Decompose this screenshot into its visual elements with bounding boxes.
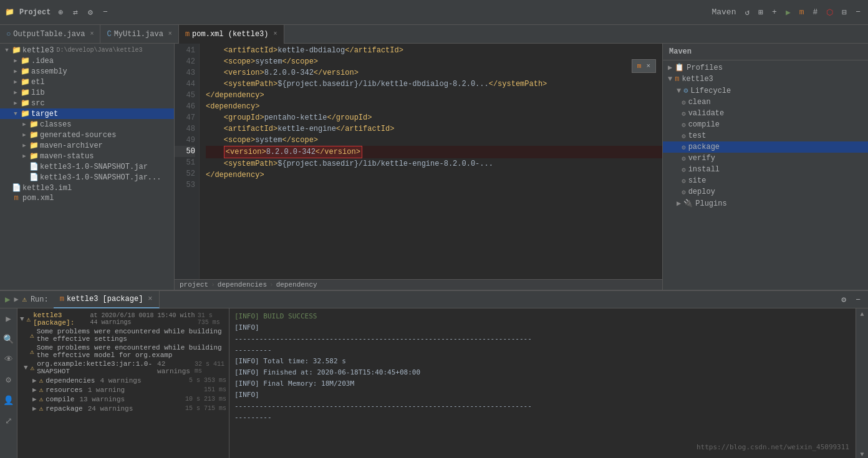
res-arrow: ▶ — [32, 386, 37, 394]
ln-42: 42 — [175, 56, 195, 67]
run-sub-compile[interactable]: ▶ ⚠ compile 13 warnings 10 s 213 ms — [17, 394, 229, 404]
org-warnings: 42 warnings — [157, 360, 192, 375]
sidebar-gear-icon[interactable]: ⚙ — [3, 372, 13, 388]
tree-item-src[interactable]: ▶ 📁 src — [0, 98, 174, 108]
ln-46: 46 — [175, 101, 195, 112]
run-arrow-org: ▼ — [24, 364, 28, 371]
toolbar-btn-1[interactable]: ⊕ — [55, 6, 65, 19]
maven-label: Maven — [709, 6, 738, 18]
root-arrow: ▼ — [2, 47, 11, 54]
maven-panel: Maven ▶ 📋 Profiles ▼ m kettle3 ▼ ⚙ Lifec… — [662, 44, 868, 290]
maven-toolbar-stop[interactable]: ⬡ — [824, 6, 836, 19]
tree-root[interactable]: ▼ 📁 kettle3 D:\develop\Java\kettle3 — [0, 45, 174, 55]
tree-item-etl[interactable]: ▶ 📁 etl — [0, 77, 174, 87]
code-content[interactable]: <artifactId>kettle-dbdialog</artifactId>… — [200, 44, 662, 279]
maven-toolbar-skip[interactable]: # — [811, 6, 821, 18]
maven-validate[interactable]: ⚙ validate — [663, 108, 868, 119]
tab-pom[interactable]: m pom.xml (kettle3) × — [179, 25, 284, 44]
maven-package[interactable]: ⚙ package — [663, 141, 868, 153]
maven-toolbar-download[interactable]: ⊞ — [756, 6, 766, 19]
tree-item-jar1[interactable]: 📄 kettle3-1.0-SNAPSHOT.jar — [0, 161, 174, 172]
compile-warnings: 13 warnings — [79, 396, 125, 403]
iml-icon: 📄 — [11, 183, 21, 193]
idea-arrow: ▶ — [11, 57, 20, 64]
tree-item-idea[interactable]: ▶ 📁 .idea — [0, 55, 174, 66]
repack-warnings: 24 warnings — [88, 405, 133, 413]
sidebar-eye-icon[interactable]: 👁 — [2, 352, 16, 367]
maven-compile[interactable]: ⚙ compile — [663, 119, 868, 130]
tree-item-generated[interactable]: ▶ 📁 generated-sources — [0, 130, 174, 140]
run-sub-resources[interactable]: ▶ ⚠ resources 1 warning 151 ms — [17, 385, 229, 394]
scroll-up[interactable]: ▲ — [860, 311, 864, 318]
tab-myutil[interactable]: C MyUtil.java × — [100, 25, 178, 44]
tree-item-pom[interactable]: m pom.xml — [0, 193, 174, 203]
maven-deploy[interactable]: ⚙ deploy — [663, 186, 868, 198]
tree-item-maven-status[interactable]: ▶ 📁 maven-status — [0, 151, 174, 161]
org-time: 32 s 411 ms — [195, 361, 226, 375]
tree-item-iml[interactable]: 📄 kettle3.iml — [0, 183, 174, 193]
java-icon-1: ○ — [6, 30, 11, 39]
tab-close-1[interactable]: × — [90, 31, 94, 37]
code-line-51: <systemPath>${project.basedir}/lib/kettl… — [206, 158, 662, 169]
maven-clean[interactable]: ⚙ clean — [663, 97, 868, 108]
maven-plugins[interactable]: ▶ 🔌 Plugins — [663, 198, 868, 209]
bottom-minimize[interactable]: − — [853, 294, 863, 306]
bottom-panel: ▶ ▶ ⚠ Run: m kettle3 [package] × ⚙ − ▶ 🔍… — [0, 290, 868, 458]
maven-profiles[interactable]: ▶ 📋 Profiles — [663, 62, 868, 74]
tree-item-maven-archiver[interactable]: ▶ 📁 maven-archiver — [0, 140, 174, 151]
popup-close[interactable]: × — [646, 62, 650, 70]
bottom-settings[interactable]: ⚙ — [839, 294, 849, 306]
maven-kettle3[interactable]: ▼ m kettle3 — [663, 74, 868, 85]
maven-verify[interactable]: ⚙ verify — [663, 153, 868, 164]
run-arrow-main: ▼ — [20, 315, 24, 323]
tab-close-3[interactable]: × — [274, 31, 277, 37]
maven-toolbar-add[interactable]: + — [769, 6, 779, 18]
tree-label-src: src — [31, 99, 45, 108]
bottom-tab-run[interactable]: m kettle3 [package] × — [54, 291, 160, 308]
ln-53: 53 — [175, 179, 195, 191]
generated-arrow: ▶ — [20, 131, 29, 138]
maven-site[interactable]: ⚙ site — [663, 175, 868, 186]
tree-label-iml: kettle3.iml — [22, 184, 72, 193]
dep-arrow: ▶ — [32, 376, 37, 384]
tree-item-lib[interactable]: ▶ 📁 lib — [0, 87, 174, 98]
gear-package: ⚙ — [682, 143, 686, 151]
maven-toolbar-m[interactable]: m — [797, 6, 807, 18]
tab-outputtable[interactable]: ○ OutputTable.java × — [0, 25, 100, 44]
tab-close-2[interactable]: × — [168, 31, 172, 37]
gear-install: ⚙ — [682, 166, 686, 174]
output-line-9: --------- — [234, 412, 851, 423]
run-sub-repackage[interactable]: ▶ ⚠ repackage 24 warnings 15 s 715 ms — [17, 404, 229, 413]
folder-icon-idea: 📁 — [20, 56, 30, 65]
profiles-arrow: ▶ — [668, 63, 672, 72]
tree-item-classes[interactable]: ▶ 📁 classes — [0, 119, 174, 130]
tree-item-jar2[interactable]: 📄 kettle3-1.0-SNAPSHOT.jar... — [0, 172, 174, 183]
bottom-tab-close[interactable]: × — [148, 295, 152, 303]
run-item-main[interactable]: ▼ ⚠ kettle3 [package]: at 2020/6/18 0018… — [17, 311, 229, 327]
tree-item-target[interactable]: ▼ 📁 target — [0, 108, 174, 119]
settings-btn[interactable]: ⚙ — [85, 6, 95, 19]
run-sub-dependencies[interactable]: ▶ ⚠ dependencies 4 warnings 5 s 353 ms — [17, 376, 229, 385]
run-play-btn[interactable]: ▶ — [5, 294, 10, 305]
sidebar-user-icon[interactable]: 👤 — [1, 393, 16, 408]
ln-44: 44 — [175, 79, 195, 90]
sidebar-search-icon[interactable]: 🔍 — [1, 332, 16, 347]
plugins-icon: 🔌 — [683, 199, 693, 208]
lifecycle-label: Lifecycle — [690, 87, 731, 95]
ln-47: 47 — [175, 112, 195, 123]
code-line-48: <artifactId>kettle-engine</artifactId> — [206, 123, 662, 135]
maven-toolbar-run[interactable]: ▶ — [783, 6, 793, 19]
tree-item-assembly[interactable]: ▶ 📁 assembly — [0, 66, 174, 77]
maven-toolbar-close2[interactable]: − — [853, 6, 863, 18]
sidebar-expand-icon[interactable]: ⤢ — [2, 413, 15, 429]
maven-install[interactable]: ⚙ install — [663, 164, 868, 175]
maven-lifecycle[interactable]: ▼ ⚙ Lifecycle — [663, 85, 868, 97]
maven-toolbar-layout[interactable]: ⊟ — [839, 6, 849, 19]
toolbar-btn-2[interactable]: ⇄ — [70, 6, 80, 19]
maven-test[interactable]: ⚙ test — [663, 130, 868, 141]
sidebar-run-icon[interactable]: ▶ — [3, 311, 13, 327]
scroll-down[interactable]: ▼ — [860, 451, 864, 458]
minimize-btn[interactable]: − — [100, 6, 110, 18]
maven-toolbar-refresh[interactable]: ↺ — [742, 6, 752, 19]
run-org-item[interactable]: ▼ ⚠ org.example:kettle3:jar:1.0-SNAPSHOT… — [17, 360, 229, 376]
